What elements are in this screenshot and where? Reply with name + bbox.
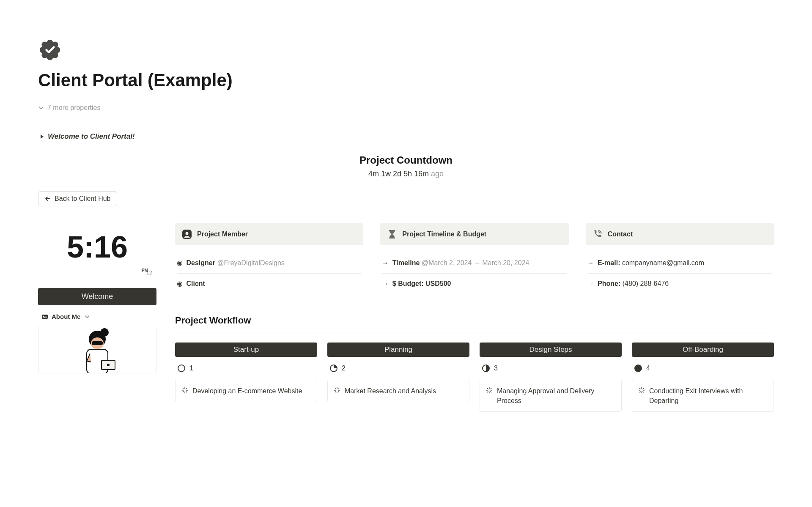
welcome-toggle[interactable]: Welcome to Client Portal! (38, 131, 774, 143)
workflow-status-number: 4 (646, 364, 650, 372)
svg-line-45 (487, 388, 488, 389)
page-title: Client Portal (Example) (38, 70, 774, 90)
workflow-status-number: 3 (494, 364, 498, 372)
phone-icon (593, 229, 603, 239)
workflow-status[interactable]: 1 (175, 363, 317, 374)
progress-circle-icon (330, 364, 337, 372)
progress-circle-icon (482, 364, 490, 372)
workflow-task-title: Developing an E-commerce Website (192, 386, 302, 396)
triangle-right-icon (41, 134, 44, 139)
svg-rect-24 (389, 238, 395, 238)
sparkle-icon (486, 387, 493, 394)
svg-line-39 (338, 388, 340, 389)
svg-point-20 (107, 364, 110, 366)
workflow-column-header: Design Steps (480, 343, 622, 357)
svg-line-53 (639, 388, 641, 389)
workflow-task-card[interactable]: Conducting Exit Interviews with Departin… (632, 380, 774, 412)
svg-line-29 (183, 388, 184, 389)
workflow-task-card[interactable]: Managing Approval and Delivery Process (480, 380, 622, 412)
svg-point-15 (100, 328, 109, 337)
chevron-down-icon (84, 313, 91, 320)
about-me-toggle[interactable]: About Me (38, 311, 156, 322)
project-countdown: Project Countdown 4m 1w 2d 5h 16m ago (38, 154, 774, 178)
sparkle-icon (638, 387, 645, 394)
svg-rect-12 (45, 317, 47, 317)
svg-rect-11 (45, 316, 47, 316)
svg-rect-23 (389, 230, 395, 231)
sparkle-icon (181, 387, 188, 394)
workflow-column-header: Planning (327, 343, 469, 357)
back-to-client-hub-button[interactable]: Back to Client Hub (38, 191, 117, 206)
workflow-task-title: Market Research and Analysis (345, 386, 436, 396)
id-card-icon (41, 313, 48, 320)
svg-line-30 (186, 392, 187, 393)
svg-line-46 (491, 392, 492, 393)
workflow-status[interactable]: 3 (480, 363, 622, 374)
workflow-column-header: Off-Boarding (632, 343, 774, 357)
project-timeline-card: Project Timeline & Budget → Timeline @Ma… (380, 223, 568, 294)
sparkle-icon (334, 387, 340, 394)
workflow-status[interactable]: 4 (632, 363, 774, 374)
svg-line-56 (639, 392, 641, 393)
workflow-task-title: Conducting Exit Interviews with Departin… (649, 386, 768, 406)
user-circle-icon (182, 229, 192, 239)
svg-line-38 (338, 392, 340, 393)
svg-line-47 (491, 388, 492, 389)
hourglass-icon (387, 229, 397, 239)
workflow-column: Off-Boarding4Conducting Exit Interviews … (632, 343, 774, 412)
svg-line-55 (643, 388, 644, 389)
svg-line-40 (335, 392, 336, 393)
clock-widget: 5:16 PM 12 (38, 223, 156, 275)
workflow-status[interactable]: 2 (327, 363, 469, 374)
contact-card: Contact → E-mail: companyname@gmail.com … (586, 223, 774, 294)
workflow-column-header: Start-up (175, 343, 317, 357)
page-icon (38, 38, 62, 62)
divider (38, 122, 774, 122)
progress-circle-icon (178, 364, 185, 372)
svg-rect-17 (92, 341, 103, 345)
svg-rect-13 (43, 317, 45, 318)
project-workflow-heading: Project Workflow (175, 315, 774, 326)
welcome-bar: Welcome (38, 288, 156, 305)
workflow-task-card[interactable]: Market Research and Analysis (327, 380, 469, 402)
more-properties-toggle[interactable]: 7 more properties (38, 102, 774, 118)
svg-line-32 (183, 392, 184, 393)
workflow-task-title: Managing Approval and Delivery Process (497, 386, 615, 406)
workflow-column: Design Steps3Managing Approval and Deliv… (480, 343, 622, 412)
project-member-card: Project Member ◉ Designer @FreyaDigitalD… (175, 223, 363, 294)
workflow-column: Planning2Market Research and Analysis (327, 343, 469, 412)
workflow-task-card[interactable]: Developing an E-commerce Website (175, 380, 317, 402)
arrow-left-icon (44, 195, 51, 202)
workflow-status-number: 1 (189, 364, 193, 372)
svg-point-10 (43, 315, 44, 317)
svg-line-48 (487, 392, 488, 393)
workflow-status-number: 2 (342, 364, 346, 372)
countdown-title: Project Countdown (38, 154, 774, 166)
illustration (38, 327, 156, 373)
svg-rect-9 (42, 315, 48, 319)
svg-line-37 (335, 388, 336, 389)
divider (175, 334, 774, 334)
workflow-column: Start-up1Developing an E-commerce Websit… (175, 343, 317, 412)
chevron-down-icon (38, 105, 44, 111)
svg-point-22 (186, 232, 189, 235)
svg-line-54 (643, 392, 644, 393)
svg-line-31 (186, 388, 187, 389)
progress-circle-icon (634, 364, 642, 372)
